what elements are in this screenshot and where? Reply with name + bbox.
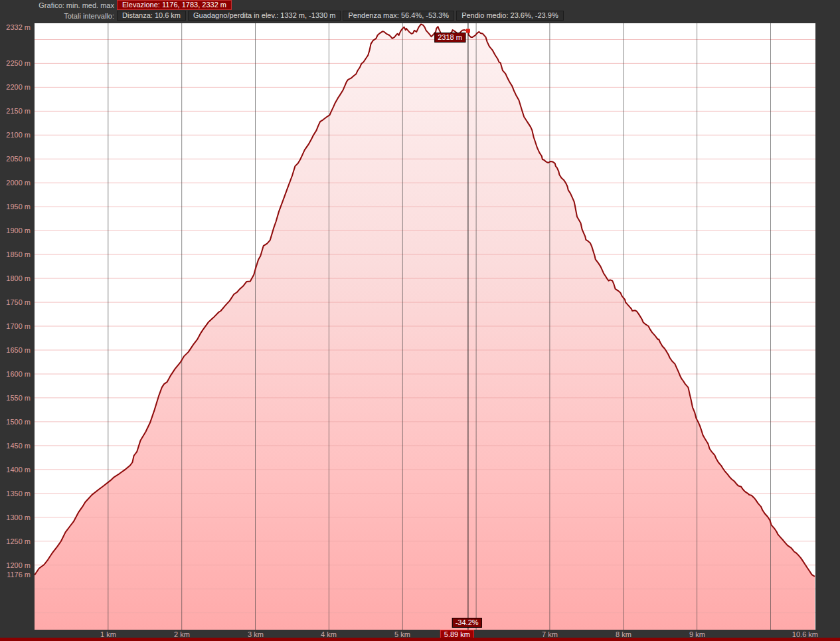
elevation-summary-badge: Elevazione: 1176, 1783, 2332 m (117, 0, 232, 10)
y-axis-label: 2200 m (0, 83, 31, 91)
y-axis-label: 1450 m (0, 442, 31, 450)
y-axis-label: 1750 m (0, 298, 31, 306)
y-axis-label: 1950 m (0, 203, 31, 211)
stat-gain-loss: Guadagno/perdita in elev.: 1332 m, -1330… (188, 11, 341, 21)
y-axis-label: 1550 m (0, 394, 31, 402)
stat-slope-max: Pendenza max: 56.4%, -53.3% (343, 11, 454, 21)
y-axis-label: 1650 m (0, 346, 31, 354)
y-axis-label: 2100 m (0, 131, 31, 139)
plot-area[interactable] (35, 23, 815, 630)
cursor-slope-label: -34.2% (452, 618, 482, 628)
y-axis-label: 1600 m (0, 370, 31, 378)
y-axis-label: 1700 m (0, 322, 31, 330)
y-axis-label: 1250 m (0, 537, 31, 545)
cursor-marker (466, 29, 470, 33)
y-axis-label: 2250 m (0, 59, 31, 67)
bottom-accent-bar (0, 638, 840, 641)
totals-interval-label: Totali intervallo: (0, 12, 114, 20)
y-axis-label: 1900 m (0, 227, 31, 234)
y-axis-label: 1850 m (0, 250, 31, 258)
y-axis-label: 1400 m (0, 466, 31, 474)
elevation-fill (35, 24, 815, 630)
y-axis-label: 1176 m (0, 571, 31, 579)
y-axis-label: 1200 m (0, 561, 31, 569)
cursor-elevation-label: 2318 m (434, 33, 465, 43)
y-axis-label: 2000 m (0, 179, 31, 187)
elevation-profile-chart (35, 23, 815, 630)
y-axis-label: 2050 m (0, 155, 31, 163)
stat-distance: Distanza: 10.6 km (117, 11, 186, 21)
y-axis-label: 1300 m (0, 513, 31, 521)
interval-stats-row: Distanza: 10.6 km Guadagno/perdita in el… (117, 11, 564, 21)
y-axis-label: 1350 m (0, 490, 31, 498)
elevation-profile-app: { "header": { "graph_label": "Grafico: m… (0, 0, 840, 641)
y-axis-label: 1800 m (0, 274, 31, 282)
stat-slope-avg: Pendio medio: 23.6%, -23.9% (456, 11, 564, 21)
graph-minmedmax-label: Grafico: min. med. max (0, 1, 114, 9)
y-axis-label: 1500 m (0, 418, 31, 426)
y-axis-label: 2332 m (0, 23, 31, 31)
y-axis-label: 2150 m (0, 107, 31, 115)
